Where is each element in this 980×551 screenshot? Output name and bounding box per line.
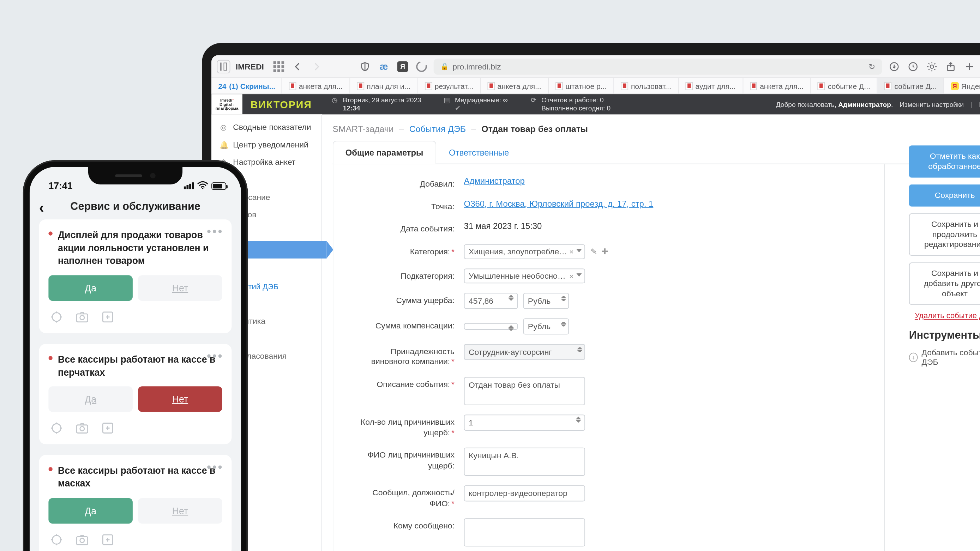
more-icon[interactable]: ••• [207, 353, 224, 359]
back-icon[interactable] [291, 60, 304, 73]
share-icon[interactable] [944, 60, 958, 73]
phone-header: ‹ Сервис и обслуживание [30, 197, 241, 219]
breadcrumb-link[interactable]: События ДЭБ [409, 124, 466, 134]
favicon-icon [685, 82, 693, 90]
target-icon[interactable] [48, 532, 65, 548]
favicon-icon [425, 82, 432, 90]
add-event-tool[interactable]: +Добавить событие ДЭБ [909, 348, 980, 367]
target-icon[interactable] [48, 309, 65, 325]
forward-icon[interactable] [310, 60, 323, 73]
browser-tab[interactable]: аудит для... [679, 78, 743, 94]
camera-icon[interactable] [74, 420, 90, 437]
save-continue-button[interactable]: Сохранить и продолжить редактирование [909, 213, 980, 256]
select-guilty[interactable]: Сотрудник-аутсорсинг [464, 344, 585, 360]
answer-yes-button[interactable]: Да [48, 387, 133, 412]
input-count[interactable]: 1 [464, 414, 585, 431]
add-note-icon[interactable] [100, 420, 116, 437]
browser-tab[interactable]: анкета для... [743, 78, 811, 94]
delete-link[interactable]: Удалить событие ДЭБ [909, 311, 980, 319]
camera-icon[interactable] [74, 532, 90, 548]
label-point: Точка: [347, 199, 455, 212]
add-note-icon[interactable] [100, 532, 116, 548]
browser-tab[interactable]: план для и... [350, 78, 418, 94]
sidebar-item[interactable]: ◎Сводные показатели [212, 119, 321, 136]
add-option-icon[interactable]: ✚ [601, 247, 608, 256]
tools-heading: Инструменты [909, 329, 980, 341]
select-currency-2[interactable]: Рубль [523, 318, 569, 334]
question-card: ••• Дисплей для продажи товаров акции ло… [39, 219, 232, 333]
app-name[interactable]: IMREDI [236, 62, 267, 71]
label-reporter: Сообщил, должность/ФИО:* [347, 485, 455, 509]
browser-tab[interactable]: пользоват... [614, 78, 679, 94]
edit-icon[interactable]: ✎ [590, 247, 597, 256]
history-icon[interactable] [906, 60, 920, 73]
breadcrumb-item[interactable]: SMART-задачи [333, 124, 394, 134]
input-reporter[interactable]: контролер-видеооператор [464, 485, 585, 502]
answer-yes-button[interactable]: Да [48, 498, 133, 524]
svg-point-15 [52, 535, 61, 544]
save-button[interactable]: Сохранить [909, 184, 980, 207]
browser-tab[interactable]: результат... [418, 78, 480, 94]
address-bar[interactable]: 🔒 pro.imredi.biz ↻ [434, 58, 882, 75]
add-note-icon[interactable] [100, 309, 116, 325]
answer-no-button[interactable]: Нет [138, 498, 222, 524]
link-added-by[interactable]: Администратор [464, 176, 525, 186]
target-icon[interactable] [48, 420, 65, 437]
question-text: Дисплей для продажи товаров акции лояльн… [58, 229, 222, 267]
laptop-frame: IMREDI æ Я 🔒 pro.imredi.biz ↻ [202, 43, 980, 551]
textarea-description[interactable]: Отдан товар без оплаты [464, 377, 585, 405]
question-list: ••• Дисплей для продажи товаров акции ло… [30, 219, 241, 551]
browser-tab[interactable]: 24 (1) Скрины... [212, 78, 282, 94]
select-category[interactable]: Хищения, злоупотребления с…× [464, 244, 585, 259]
ae-icon[interactable]: æ [377, 60, 390, 73]
answer-no-button[interactable]: Нет [138, 275, 222, 301]
answer-no-button[interactable]: Нет [138, 387, 222, 412]
phone-title-text: Сервис и обслуживание [70, 201, 200, 213]
label-description: Описание события:* [347, 377, 455, 390]
camera-icon[interactable] [74, 309, 90, 325]
shield-icon[interactable] [358, 60, 372, 73]
label-category: Категория:* [347, 244, 455, 257]
browser-tab[interactable]: ЯЯндекс Д [944, 78, 980, 94]
link-point[interactable]: О360, г. Москва, Юрловский проезд, д. 17… [464, 199, 654, 208]
tab-responsible[interactable]: Ответственные [436, 141, 522, 164]
input-compensation[interactable] [464, 323, 518, 329]
reload-icon[interactable] [415, 60, 428, 73]
tab-general[interactable]: Общие параметры [333, 141, 436, 164]
sidebar-toggle-icon[interactable] [217, 60, 230, 73]
sidebar-item[interactable]: 🔔Центр уведомлений [212, 136, 321, 154]
browser-tab[interactable]: событие Д... [811, 78, 878, 94]
apps-grid-icon[interactable] [272, 60, 285, 73]
main-content: SMART-задачи – События ДЭБ – Отдан товар… [322, 114, 980, 551]
favicon-icon [289, 82, 296, 90]
phone-frame: 17:41 ‹ Сервис и обслуживание ••• Диспле… [23, 160, 248, 551]
label-count: Кол-во лиц причинившихущерб:* [347, 414, 455, 438]
select-subcategory[interactable]: Умышленные необоснованны…× [464, 268, 585, 283]
svg-point-9 [80, 315, 84, 319]
yandex-icon[interactable]: Я [396, 60, 409, 73]
browser-tab[interactable]: анкета для... [282, 78, 350, 94]
wifi-icon [197, 180, 208, 191]
back-icon[interactable]: ‹ [39, 199, 44, 217]
browser-tab[interactable]: штатное р... [549, 78, 614, 94]
textarea-to[interactable] [464, 519, 585, 547]
browser-tab[interactable]: событие Д... [878, 78, 944, 94]
download-icon[interactable] [888, 60, 901, 73]
gear-icon[interactable] [925, 60, 939, 73]
signal-icon [184, 183, 194, 189]
settings-link[interactable]: Изменить настройки [900, 100, 964, 108]
answer-yes-button[interactable]: Да [48, 275, 133, 301]
select-currency-1[interactable]: Рубль [523, 293, 569, 309]
more-icon[interactable]: ••• [207, 229, 224, 235]
save-add-button[interactable]: Сохранить и добавить другой объект [909, 262, 980, 305]
more-icon[interactable]: ••• [207, 465, 224, 470]
browser-tab[interactable]: анкета для... [480, 78, 549, 94]
mark-processed-button[interactable]: Отметить как обработанное [909, 145, 980, 178]
refresh-icon[interactable]: ↻ [869, 62, 875, 71]
plus-icon[interactable] [963, 60, 976, 73]
input-damage[interactable]: 457,86 [464, 293, 518, 309]
textarea-fio[interactable]: Куницын А.В. [464, 448, 585, 476]
svg-point-17 [80, 538, 84, 543]
svg-point-7 [52, 313, 61, 321]
app-header: Imrediˆ Digital - платформа ВИКТОРИЯ ◷ В… [212, 94, 980, 114]
